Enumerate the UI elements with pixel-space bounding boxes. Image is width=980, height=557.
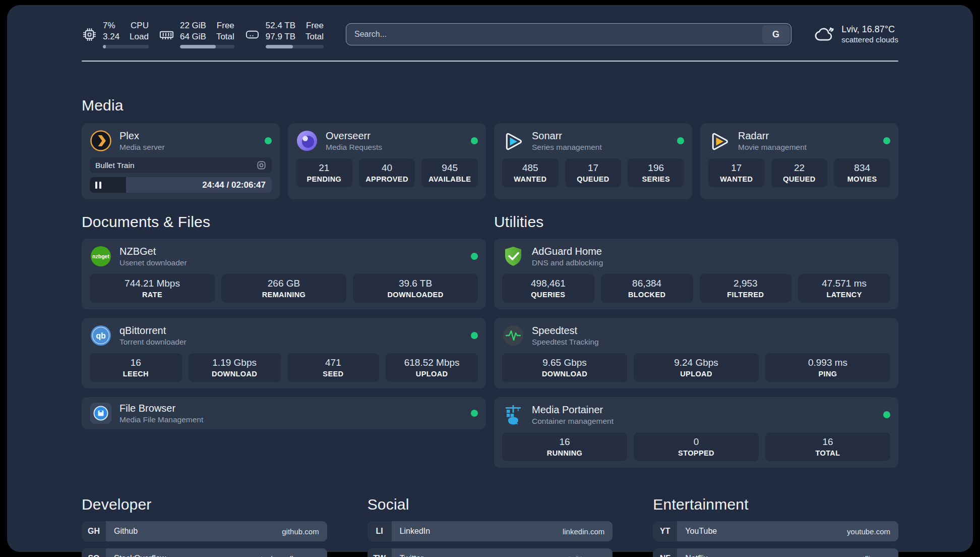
utilities-column: Utilities AdGuard Home D [494, 213, 898, 468]
stat-tile: 618.52 MbpsUPLOAD [386, 353, 478, 382]
memory-free-value: 22 GiB [180, 20, 206, 31]
stat-tile: 22QUEUED [771, 158, 828, 187]
now-playing-row: Bullet Train [90, 157, 272, 173]
service-card-portainer[interactable]: Media Portainer Container management 16R… [494, 397, 898, 468]
stat-tile: 834MOVIES [834, 158, 890, 187]
memory-usage-bar [180, 45, 234, 48]
link-url: twitter.com [569, 554, 605, 557]
storage-total-label: Total [305, 31, 324, 42]
link-abbr: YT [653, 521, 677, 541]
stat-tile: 498,461QUERIES [502, 274, 594, 303]
service-card-plex[interactable]: Plex Media server Bullet Train 24:44 / 0… [82, 123, 280, 199]
link-name: StackOverflow [114, 554, 166, 557]
link-row-youtube[interactable]: YT YouTube youtube.com [653, 521, 898, 541]
service-card-filebrowser[interactable]: File Browser Media File Management [82, 397, 486, 429]
stat-tile: 196SERIES [628, 158, 684, 187]
link-abbr: NF [653, 548, 677, 557]
cpu-load-label: Load [130, 31, 149, 42]
sonarr-icon [502, 130, 524, 152]
memory-free-label: Free [216, 20, 234, 31]
service-title: AdGuard Home [532, 246, 603, 257]
system-stats: 7% 3.24 CPU Load [82, 20, 324, 48]
now-playing-title: Bullet Train [95, 161, 135, 170]
section-heading-utilities: Utilities [494, 213, 898, 231]
section-heading-documents: Documents & Files [82, 213, 486, 231]
weather-widget: Lviv, 16.87°C scattered clouds [814, 24, 898, 45]
links-column-entertainment: Entertainment YT YouTube youtube.com NF … [653, 496, 898, 557]
service-card-nzbget[interactable]: nzbget NZBGet Usenet downloader 744.21 M… [82, 239, 486, 309]
svg-text:qb: qb [96, 331, 106, 340]
service-card-sonarr[interactable]: Sonarr Series management 485WANTED 17QUE… [494, 123, 692, 199]
links-column-developer: Developer GH Github github.com SO StackO… [82, 496, 327, 557]
status-dot [471, 332, 478, 339]
service-subtitle: Torrent downloader [119, 338, 187, 347]
qbittorrent-icon: qb [90, 324, 112, 347]
cpu-usage-bar [103, 45, 149, 48]
overseerr-icon [296, 130, 318, 152]
stat-tile: 945AVAILABLE [421, 158, 478, 187]
svg-text:nzbget: nzbget [92, 253, 109, 259]
documents-column: Documents & Files nzbget NZBGet Usenet d… [82, 213, 486, 468]
topbar-divider [82, 61, 898, 62]
status-dot [883, 411, 890, 418]
link-name: Netflix [685, 554, 707, 557]
session-icon [257, 160, 266, 170]
service-card-qbittorrent[interactable]: qb qBittorrent Torrent downloader 16LEEC… [82, 318, 486, 388]
portainer-icon [502, 404, 524, 426]
stat-tile: 16RUNNING [502, 432, 627, 461]
system-stat-memory: 22 GiB 64 GiB Free Total [159, 20, 234, 48]
link-name: Twitter [400, 554, 423, 557]
links-column-social: Social LI LinkedIn linkedin.com TW Twitt… [368, 496, 613, 557]
section-heading-entertainment: Entertainment [653, 496, 898, 513]
link-abbr: LI [368, 521, 392, 541]
link-row-netflix[interactable]: NF Netflix netflix.com [653, 548, 898, 557]
link-url: stackoverflow.com [257, 554, 319, 557]
stat-tile: 485WANTED [502, 158, 559, 187]
search-box: G [346, 23, 791, 45]
storage-usage-bar [266, 45, 324, 48]
stat-tile: 40APPROVED [359, 158, 415, 187]
service-title: qBittorrent [119, 325, 187, 337]
link-url: linkedin.com [563, 527, 604, 536]
plex-icon [90, 130, 112, 152]
stat-tile: 9.65 GbpsDOWNLOAD [502, 353, 627, 382]
stat-tile: 266 GBREMAINING [221, 274, 346, 303]
cpu-label: CPU [130, 20, 149, 31]
storage-free-value: 52.4 TB [266, 20, 295, 31]
stat-tile: 471SEED [287, 353, 380, 382]
service-card-overseerr[interactable]: Overseerr Media Requests 21PENDING 40APP… [288, 123, 486, 199]
stat-tile: 16LEECH [90, 353, 182, 382]
search-input[interactable] [346, 24, 761, 45]
service-card-radarr[interactable]: Radarr Movie management 17WANTED 22QUEUE… [700, 123, 898, 199]
stat-tile: 9.24 GbpsUPLOAD [634, 353, 759, 382]
status-dot [471, 410, 478, 417]
link-row-github[interactable]: GH Github github.com [82, 521, 327, 541]
service-card-speedtest[interactable]: Speedtest Speedtest Tracking 9.65 GbpsDO… [494, 318, 898, 388]
service-subtitle: Series management [532, 143, 602, 152]
pause-button[interactable] [95, 182, 101, 189]
service-title: Media Portainer [532, 404, 614, 416]
speedtest-icon [502, 324, 524, 347]
section-heading-social: Social [368, 496, 613, 513]
section-heading-media: Media [82, 97, 898, 114]
memory-total-label: Total [216, 31, 234, 42]
link-row-linkedin[interactable]: LI LinkedIn linkedin.com [368, 521, 613, 541]
link-url: youtube.com [847, 527, 890, 536]
service-subtitle: Usenet downloader [119, 258, 187, 267]
stat-tile: 86,384BLOCKED [601, 274, 693, 303]
radarr-icon [708, 130, 730, 152]
system-stat-storage: 52.4 TB 97.9 TB Free Total [244, 20, 324, 48]
cloud-icon [814, 24, 835, 45]
topbar: 7% 3.24 CPU Load [82, 20, 898, 48]
service-title: Speedtest [532, 325, 599, 337]
system-stat-cpu: 7% 3.24 CPU Load [82, 20, 149, 48]
section-heading-developer: Developer [82, 496, 327, 513]
link-row-stackoverflow[interactable]: SO StackOverflow stackoverflow.com [82, 548, 327, 557]
status-dot [883, 137, 890, 144]
service-card-adguard[interactable]: AdGuard Home DNS and adblocking 498,461Q… [494, 239, 898, 309]
status-dot [471, 137, 478, 144]
adguard-icon [502, 245, 524, 267]
stat-tile: 1.19 GbpsDOWNLOAD [189, 353, 281, 382]
search-engine-button[interactable]: G [762, 25, 789, 43]
link-row-twitter[interactable]: TW Twitter twitter.com [368, 548, 613, 557]
